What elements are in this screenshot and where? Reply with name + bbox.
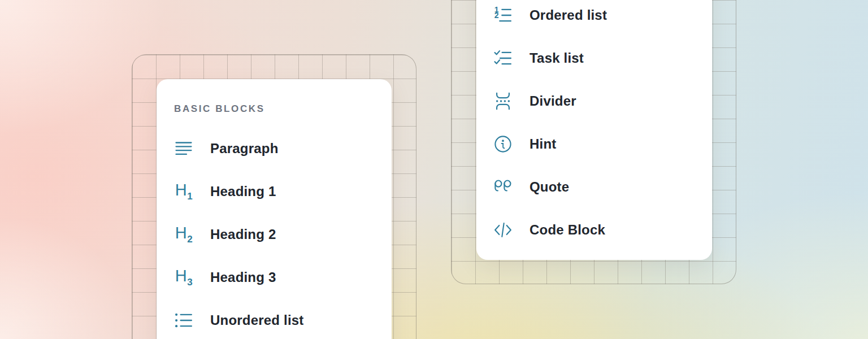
menu-item-label: Heading 1 bbox=[210, 184, 276, 199]
menu-item-ordered-list[interactable]: 1 2 Ordered list bbox=[476, 0, 712, 37]
menu-item-heading-3[interactable]: H3 Heading 3 bbox=[157, 256, 392, 299]
heading-1-icon: H1 bbox=[174, 182, 193, 201]
menu-item-heading-1[interactable]: H1 Heading 1 bbox=[157, 170, 392, 213]
quote-icon bbox=[493, 177, 513, 197]
menu-item-divider[interactable]: Divider bbox=[476, 80, 712, 123]
task-list-icon bbox=[493, 49, 513, 68]
hint-icon bbox=[493, 134, 513, 154]
heading-3-icon: H3 bbox=[174, 268, 193, 287]
menu-item-hint[interactable]: Hint bbox=[476, 123, 712, 166]
menu-item-label: Ordered list bbox=[530, 7, 607, 23]
heading-2-icon: H2 bbox=[174, 225, 193, 244]
section-label: BASIC BLOCKS bbox=[174, 103, 392, 115]
menu-item-unordered-list[interactable]: Unordered list bbox=[157, 299, 392, 339]
menu-item-label: Hint bbox=[530, 136, 556, 152]
blocks-menu-continued: 1 2 Ordered list Task list bbox=[476, 0, 712, 260]
menu-item-label: Task list bbox=[530, 50, 584, 66]
menu-item-label: Quote bbox=[530, 179, 569, 195]
svg-text:2: 2 bbox=[494, 11, 499, 20]
code-block-icon bbox=[493, 220, 513, 240]
unordered-list-icon bbox=[174, 311, 193, 330]
blocks-list: 1 2 Ordered list Task list bbox=[476, 0, 712, 251]
menu-item-label: Divider bbox=[530, 93, 576, 109]
menu-item-label: Heading 2 bbox=[210, 227, 276, 242]
divider-icon bbox=[493, 92, 513, 111]
menu-item-task-list[interactable]: Task list bbox=[476, 37, 712, 80]
menu-item-label: Paragraph bbox=[210, 141, 279, 157]
basic-blocks-list: Paragraph H1 Heading 1 H2 Heading 2 H3 H… bbox=[157, 127, 392, 339]
menu-item-paragraph[interactable]: Paragraph bbox=[157, 127, 392, 170]
basic-blocks-menu: BASIC BLOCKS Paragraph H1 Heading 1 H2 bbox=[157, 79, 392, 339]
menu-item-label: Heading 3 bbox=[210, 270, 276, 285]
editor-blocks-illustration: BASIC BLOCKS Paragraph H1 Heading 1 H2 bbox=[0, 0, 868, 339]
menu-item-quote[interactable]: Quote bbox=[476, 166, 712, 208]
menu-item-label: Unordered list bbox=[210, 312, 304, 328]
menu-item-code-block[interactable]: Code Block bbox=[476, 208, 712, 251]
paragraph-icon bbox=[174, 139, 193, 158]
menu-item-label: Code Block bbox=[530, 222, 605, 238]
ordered-list-icon: 1 2 bbox=[493, 6, 513, 25]
menu-item-heading-2[interactable]: H2 Heading 2 bbox=[157, 213, 392, 256]
